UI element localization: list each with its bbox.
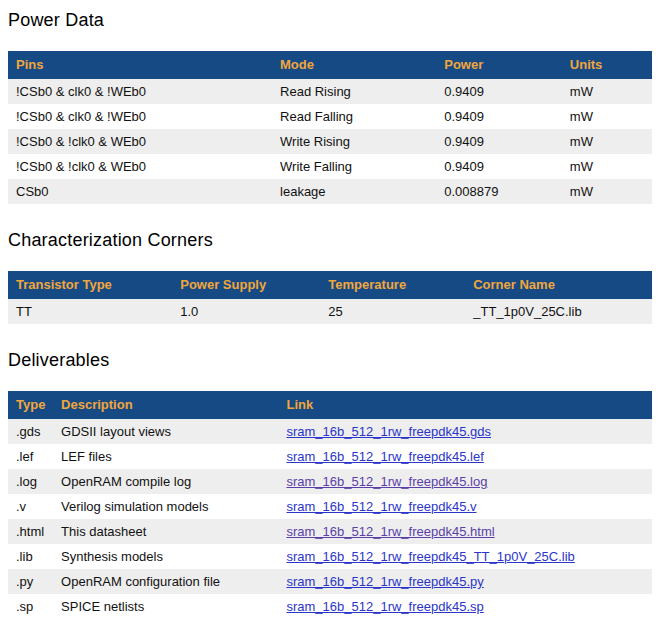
table-header-row: PinsModePowerUnits <box>8 51 652 79</box>
table-cell: .v <box>8 494 53 519</box>
table-row: .libSynthesis modelssram_16b_512_1rw_fre… <box>8 544 652 569</box>
table-cell: sram_16b_512_1rw_freepdk45.py <box>278 569 652 594</box>
table-cell: mW <box>562 104 652 129</box>
file-link[interactable]: sram_16b_512_1rw_freepdk45.sp <box>286 599 483 614</box>
file-link[interactable]: sram_16b_512_1rw_freepdk45.v <box>286 499 476 514</box>
table-cell: .log <box>8 469 53 494</box>
table-row: .htmlThis datasheetsram_16b_512_1rw_free… <box>8 519 652 544</box>
table-cell: CSb0 <box>8 179 272 204</box>
section-characterization-corners: Characterization Corners Transistor Type… <box>8 230 652 324</box>
table-cell: leakage <box>272 179 436 204</box>
table-cell: 0.008879 <box>436 179 562 204</box>
column-header-power: Power <box>436 51 562 79</box>
table-header-row: Transistor TypePower SupplyTemperatureCo… <box>8 271 652 299</box>
file-link[interactable]: sram_16b_512_1rw_freepdk45.gds <box>286 424 491 439</box>
table-row: .lefLEF filessram_16b_512_1rw_freepdk45.… <box>8 444 652 469</box>
table-cell: mW <box>562 154 652 179</box>
section-heading: Power Data <box>8 10 652 31</box>
table-header-row: TypeDescriptionLink <box>8 391 652 419</box>
table-cell: sram_16b_512_1rw_freepdk45.gds <box>278 419 652 444</box>
column-header-pins: Pins <box>8 51 272 79</box>
column-header-description: Description <box>53 391 278 419</box>
table-cell: mW <box>562 79 652 104</box>
table-cell: OpenRAM compile log <box>53 469 278 494</box>
table-row: !CSb0 & !clk0 & WEb0Write Falling0.9409m… <box>8 154 652 179</box>
table-cell: SPICE netlists <box>53 594 278 619</box>
section-power-data: Power Data PinsModePowerUnits !CSb0 & cl… <box>8 10 652 204</box>
column-header-transistor-type: Transistor Type <box>8 271 172 299</box>
table-cell: _TT_1p0V_25C.lib <box>465 299 652 324</box>
column-header-units: Units <box>562 51 652 79</box>
table-cell: .sp <box>8 594 53 619</box>
table-cell: .gds <box>8 419 53 444</box>
table-row: !CSb0 & !clk0 & WEb0Write Rising0.9409mW <box>8 129 652 154</box>
data-table: TypeDescriptionLink .gdsGDSII layout vie… <box>8 391 652 619</box>
table-cell: !CSb0 & clk0 & !WEb0 <box>8 104 272 129</box>
table-row: .vVerilog simulation modelssram_16b_512_… <box>8 494 652 519</box>
table-cell: Synthesis models <box>53 544 278 569</box>
table-row: TT1.025_TT_1p0V_25C.lib <box>8 299 652 324</box>
table-cell: .html <box>8 519 53 544</box>
table-row: CSb0leakage0.008879mW <box>8 179 652 204</box>
table-cell: mW <box>562 129 652 154</box>
table-cell: 0.9409 <box>436 129 562 154</box>
section-heading: Deliverables <box>8 350 652 371</box>
table-cell: LEF files <box>53 444 278 469</box>
column-header-power-supply: Power Supply <box>172 271 320 299</box>
table-row: .pyOpenRAM configuration filesram_16b_51… <box>8 569 652 594</box>
datasheet-page: Power Data PinsModePowerUnits !CSb0 & cl… <box>8 10 652 619</box>
section-heading: Characterization Corners <box>8 230 652 251</box>
table-cell: 1.0 <box>172 299 320 324</box>
table-cell: !CSb0 & !clk0 & WEb0 <box>8 154 272 179</box>
table-cell: .lef <box>8 444 53 469</box>
column-header-corner-name: Corner Name <box>465 271 652 299</box>
column-header-type: Type <box>8 391 53 419</box>
table-row: .logOpenRAM compile logsram_16b_512_1rw_… <box>8 469 652 494</box>
table-cell: 25 <box>320 299 465 324</box>
table-cell: .py <box>8 569 53 594</box>
table-cell: sram_16b_512_1rw_freepdk45.v <box>278 494 652 519</box>
column-header-temperature: Temperature <box>320 271 465 299</box>
table-cell: 0.9409 <box>436 79 562 104</box>
table-cell: This datasheet <box>53 519 278 544</box>
table-row: .spSPICE netlistssram_16b_512_1rw_freepd… <box>8 594 652 619</box>
file-link[interactable]: sram_16b_512_1rw_freepdk45.py <box>286 574 483 589</box>
table-cell: Read Falling <box>272 104 436 129</box>
column-header-mode: Mode <box>272 51 436 79</box>
table-cell: GDSII layout views <box>53 419 278 444</box>
data-table: Transistor TypePower SupplyTemperatureCo… <box>8 271 652 324</box>
table-row: !CSb0 & clk0 & !WEb0Read Rising0.9409mW <box>8 79 652 104</box>
table-cell: sram_16b_512_1rw_freepdk45.html <box>278 519 652 544</box>
table-cell: Write Rising <box>272 129 436 154</box>
table-cell: .lib <box>8 544 53 569</box>
table-cell: Verilog simulation models <box>53 494 278 519</box>
table-cell: TT <box>8 299 172 324</box>
table-cell: sram_16b_512_1rw_freepdk45_TT_1p0V_25C.l… <box>278 544 652 569</box>
file-link[interactable]: sram_16b_512_1rw_freepdk45.lef <box>286 449 483 464</box>
table-cell: sram_16b_512_1rw_freepdk45.sp <box>278 594 652 619</box>
column-header-link: Link <box>278 391 652 419</box>
table-cell: 0.9409 <box>436 154 562 179</box>
table-cell: 0.9409 <box>436 104 562 129</box>
table-row: !CSb0 & clk0 & !WEb0Read Falling0.9409mW <box>8 104 652 129</box>
table-cell: OpenRAM configuration file <box>53 569 278 594</box>
table-row: .gdsGDSII layout viewssram_16b_512_1rw_f… <box>8 419 652 444</box>
table-cell: Read Rising <box>272 79 436 104</box>
table-cell: !CSb0 & !clk0 & WEb0 <box>8 129 272 154</box>
table-cell: sram_16b_512_1rw_freepdk45.lef <box>278 444 652 469</box>
table-cell: !CSb0 & clk0 & !WEb0 <box>8 79 272 104</box>
file-link[interactable]: sram_16b_512_1rw_freepdk45.html <box>286 524 494 539</box>
section-deliverables: Deliverables TypeDescriptionLink .gdsGDS… <box>8 350 652 619</box>
file-link[interactable]: sram_16b_512_1rw_freepdk45_TT_1p0V_25C.l… <box>286 549 574 564</box>
table-cell: mW <box>562 179 652 204</box>
table-cell: sram_16b_512_1rw_freepdk45.log <box>278 469 652 494</box>
file-link[interactable]: sram_16b_512_1rw_freepdk45.log <box>286 474 487 489</box>
table-cell: Write Falling <box>272 154 436 179</box>
data-table: PinsModePowerUnits !CSb0 & clk0 & !WEb0R… <box>8 51 652 204</box>
